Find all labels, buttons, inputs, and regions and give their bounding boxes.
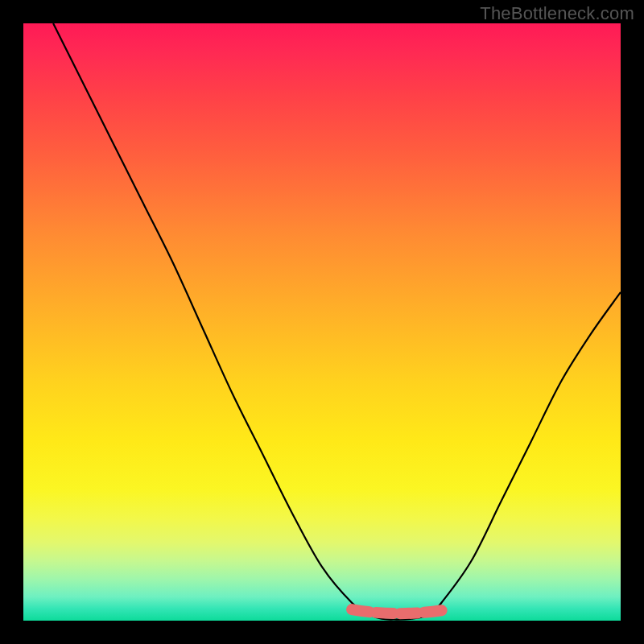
watermark-text: TheBottleneck.com <box>480 3 634 24</box>
plot-area <box>23 23 621 621</box>
bottleneck-curve-path <box>53 23 621 620</box>
accent-sausage-path <box>352 609 448 613</box>
chart-svg <box>23 23 621 621</box>
